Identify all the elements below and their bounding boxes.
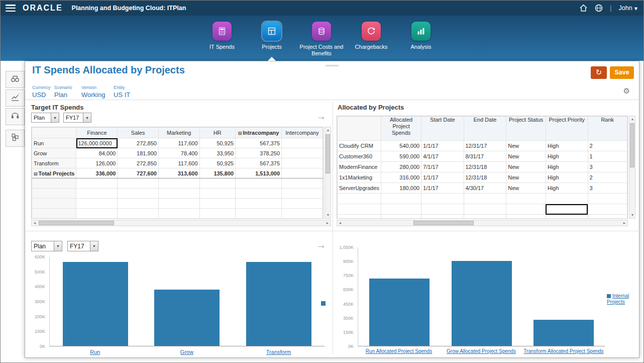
chart-bar[interactable] — [369, 279, 430, 346]
grid-cell[interactable]: 84,000 — [76, 148, 118, 158]
grid-cell[interactable]: 12/31/17 — [464, 141, 506, 151]
scroll-left-icon[interactable]: ◄ — [32, 220, 38, 226]
nav-item-projects[interactable]: Projects — [244, 22, 299, 50]
grid-cell[interactable] — [118, 199, 159, 209]
column-header[interactable]: End Date — [464, 117, 506, 141]
panel-collapse-handle[interactable] — [326, 65, 339, 66]
grid-cell[interactable] — [158, 178, 199, 189]
column-header[interactable]: Intercompany — [282, 128, 323, 138]
grid-cell[interactable] — [118, 178, 159, 189]
nav-item-it-spends[interactable]: IT Spends — [194, 22, 250, 50]
grid-cell[interactable] — [236, 178, 282, 189]
chart-legend[interactable]: Internal Projects — [607, 293, 635, 305]
grid-cell[interactable] — [236, 209, 282, 219]
sidebar-dimensions-button[interactable] — [6, 130, 25, 147]
grid-cell[interactable]: 78,400 — [158, 148, 199, 158]
grid-cell[interactable]: 2 — [588, 141, 627, 151]
grid-cell[interactable] — [421, 204, 464, 215]
grid-cell[interactable]: 272,850 — [118, 138, 159, 148]
pov-version[interactable]: Version Working — [81, 85, 105, 99]
row-header[interactable] — [32, 209, 76, 219]
category-link[interactable]: Run Allocated Project Spends — [358, 348, 440, 354]
project-row-header[interactable] — [338, 204, 381, 215]
chart-bar[interactable] — [533, 320, 594, 346]
column-header[interactable]: Project Priority — [546, 117, 588, 141]
grid-cell[interactable]: 126,000 — [76, 158, 118, 168]
grid-cell[interactable] — [199, 189, 236, 199]
grid-cell[interactable] — [588, 204, 627, 215]
grid-cell[interactable] — [464, 215, 506, 219]
grid-cell[interactable] — [158, 199, 199, 209]
grid-cell[interactable]: 33,950 — [199, 148, 236, 158]
grid-cell[interactable]: 727,600 — [118, 168, 159, 178]
grid-cell[interactable]: 12/31/18 — [464, 162, 506, 172]
home-icon[interactable] — [579, 4, 588, 12]
grid-cell[interactable] — [282, 178, 323, 189]
refresh-button[interactable]: ↻ — [591, 66, 607, 79]
column-header[interactable]: Start Date — [421, 117, 464, 141]
project-row-header[interactable]: 1x1Marketing — [338, 172, 381, 183]
chart-bar[interactable] — [154, 290, 220, 346]
grid-cell[interactable]: 1/1/17 — [421, 172, 464, 183]
row-header[interactable]: Grow — [32, 148, 76, 158]
nav-item-project-costs-benefits[interactable]: Project Costs and Benefits — [294, 22, 349, 57]
chart-bar[interactable] — [63, 262, 128, 346]
grid-cell[interactable]: New — [506, 151, 546, 162]
column-header[interactable]: Finance — [76, 128, 118, 138]
grid-cell[interactable]: 180,000 — [381, 183, 421, 194]
row-header[interactable]: ⊟Total Projects — [32, 168, 76, 178]
grid-cell[interactable] — [282, 209, 323, 219]
grid-cell[interactable] — [421, 215, 464, 219]
grid-cell[interactable] — [236, 189, 282, 199]
project-row-header[interactable]: Cloudify CRM — [338, 141, 381, 151]
grid-cell[interactable]: 117,600 — [158, 138, 199, 148]
grid-cell[interactable] — [282, 148, 323, 158]
move-right-arrow-icon[interactable]: → — [316, 240, 326, 250]
grid-cell[interactable]: 1 — [588, 151, 627, 162]
grid-cell[interactable] — [158, 209, 199, 219]
sidebar-reports-button[interactable] — [6, 89, 25, 107]
grid-cell[interactable] — [381, 215, 421, 219]
scroll-up-icon[interactable]: ▲ — [629, 116, 635, 122]
grid-cell[interactable]: High — [546, 141, 588, 151]
grid-cell[interactable]: High — [546, 172, 588, 183]
target-grid-hscrollbar[interactable]: ◄ ► — [31, 220, 331, 226]
grid-cell[interactable]: 3 — [588, 162, 627, 172]
nav-item-chargebacks[interactable]: Chargebacks — [344, 22, 399, 50]
chart-bar[interactable] — [246, 262, 311, 346]
grid-cell[interactable]: New — [506, 183, 546, 194]
grid-cell[interactable] — [506, 215, 546, 219]
project-row-header[interactable] — [338, 215, 381, 219]
grid-cell[interactable] — [464, 204, 506, 215]
grid-cell[interactable]: 2 — [588, 172, 627, 183]
grid-cell[interactable]: New — [506, 172, 546, 183]
menu-icon[interactable] — [6, 5, 16, 12]
grid-cell[interactable]: 590,000 — [381, 151, 421, 162]
column-header[interactable]: Marketing — [158, 128, 199, 138]
year-dropdown[interactable]: FY17 ▼ — [63, 113, 91, 123]
grid-cell[interactable] — [199, 209, 236, 219]
grid-cell[interactable] — [506, 204, 546, 215]
grid-cell[interactable] — [282, 138, 323, 148]
column-header[interactable]: Project Status — [506, 117, 546, 141]
category-link[interactable]: Transform Allocated Project Spends — [522, 348, 605, 354]
grid-cell[interactable]: 272,850 — [118, 158, 159, 168]
grid-cell[interactable]: 4/30/17 — [464, 183, 506, 194]
chart-bar[interactable] — [452, 261, 512, 346]
grid-cell[interactable] — [381, 194, 421, 204]
grid-cell[interactable] — [546, 204, 588, 215]
grid-cell[interactable] — [381, 204, 421, 215]
plan-dropdown-chart[interactable]: Plan ▼ — [31, 241, 62, 251]
project-row-header[interactable] — [338, 194, 381, 204]
help-globe-icon[interactable] — [595, 4, 603, 12]
category-link[interactable]: Grow Allocated Project Spends — [440, 348, 522, 354]
save-button[interactable]: Save — [610, 66, 634, 79]
grid-cell[interactable]: High — [546, 151, 588, 162]
grid-cell[interactable] — [282, 168, 323, 178]
user-menu[interactable]: John ▾ — [619, 5, 637, 12]
grid-cell[interactable]: 313,600 — [158, 168, 199, 178]
grid-cell[interactable]: High — [546, 183, 588, 194]
grid-cell[interactable]: 1/1/17 — [421, 141, 464, 151]
grid-cell[interactable]: 181,900 — [118, 148, 159, 158]
scroll-right-icon[interactable]: ► — [621, 220, 627, 226]
